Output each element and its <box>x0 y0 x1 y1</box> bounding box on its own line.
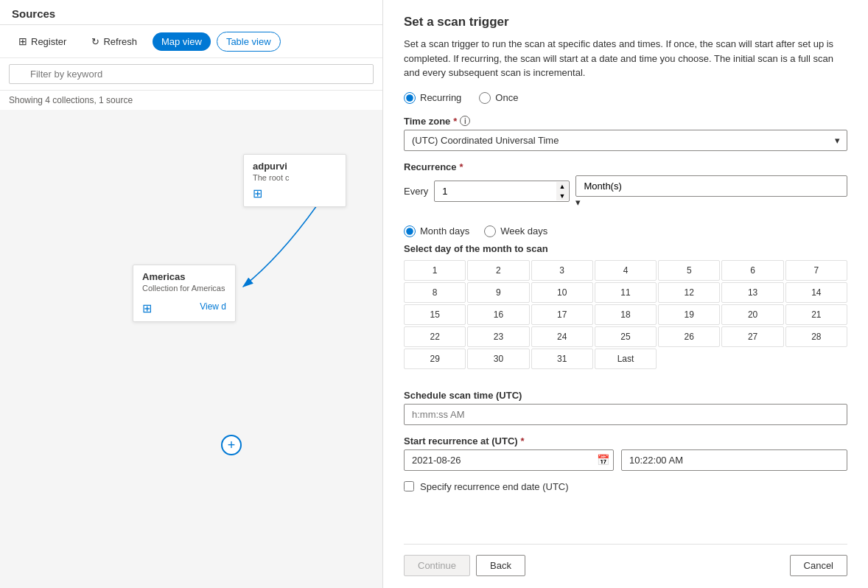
footer-buttons: Continue Back Cancel <box>404 544 847 576</box>
week-days-label: Week days <box>500 225 547 237</box>
adpurvi-node: adpurvi The root c ⊞ <box>243 154 346 207</box>
calendar-day-cell[interactable]: 11 <box>595 282 657 303</box>
table-view-button[interactable]: Table view <box>217 32 281 52</box>
trigger-type-group: Recurring Once <box>404 92 847 104</box>
footer-left-buttons: Continue Back <box>404 555 525 576</box>
month-days-radio-label[interactable]: Month days <box>404 225 469 237</box>
recurrence-required-star: * <box>460 161 463 172</box>
map-area: adpurvi The root c ⊞ Americas Collection… <box>0 110 382 588</box>
calendar-day-cell[interactable]: 18 <box>595 304 657 325</box>
calendar-day-cell[interactable]: 5 <box>658 260 720 281</box>
americas-node: Americas Collection for Americas ⊞ View … <box>133 265 236 322</box>
month-days-radio[interactable] <box>404 225 416 237</box>
recurrence-section: Recurrence * Every ▲ ▼ Month(s) Day(s) W… <box>404 161 847 208</box>
period-select[interactable]: Month(s) Day(s) Week(s) <box>575 175 847 197</box>
register-button[interactable]: ⊞ Register <box>9 31 76 52</box>
calendar-day-cell[interactable]: 15 <box>404 304 466 325</box>
calendar-day-cell[interactable]: 21 <box>785 304 847 325</box>
specify-end-date-checkbox[interactable] <box>404 481 414 491</box>
calendar-day-cell[interactable]: 23 <box>467 326 529 347</box>
recurring-radio[interactable] <box>404 92 416 104</box>
map-view-button[interactable]: Map view <box>153 32 211 51</box>
timezone-label: Time zone * i <box>404 116 847 127</box>
start-date-input[interactable] <box>404 449 614 471</box>
search-input[interactable] <box>9 64 374 84</box>
calendar-day-cell[interactable]: 1 <box>404 260 466 281</box>
timezone-select-wrapper: (UTC) Coordinated Universal Time(UTC-05:… <box>404 130 847 151</box>
spin-buttons: ▲ ▼ <box>556 182 569 200</box>
collection-count: Showing 4 collections, 1 source <box>0 91 382 110</box>
register-label: Register <box>31 36 66 47</box>
calendar-day-cell[interactable]: 14 <box>785 282 847 303</box>
once-radio[interactable] <box>479 92 491 104</box>
calendar-day-cell[interactable]: 12 <box>658 282 720 303</box>
spin-up-button[interactable]: ▲ <box>556 182 569 192</box>
calendar-day-cell[interactable]: 16 <box>467 304 529 325</box>
start-time-input[interactable] <box>621 449 847 471</box>
calendar-day-cell[interactable]: 19 <box>658 304 720 325</box>
timezone-select[interactable]: (UTC) Coordinated Universal Time(UTC-05:… <box>404 130 847 151</box>
continue-button[interactable]: Continue <box>404 555 470 576</box>
panel-description: Set a scan trigger to run the scan at sp… <box>404 37 847 80</box>
select-day-label: Select day of the month to scan <box>404 243 847 254</box>
filter-bar: ⊟ <box>0 58 382 91</box>
once-radio-label[interactable]: Once <box>479 92 518 104</box>
panel-title: Set a scan trigger <box>404 15 847 29</box>
adpurvi-subtitle: The root c <box>253 173 337 182</box>
calendar-day-cell[interactable]: 29 <box>404 349 466 369</box>
calendar-day-cell[interactable]: 22 <box>404 326 466 347</box>
filter-wrapper: ⊟ <box>9 64 374 84</box>
table-view-label: Table view <box>226 36 271 47</box>
calendar-section: Select day of the month to scan 12345678… <box>404 243 847 379</box>
schedule-time-input[interactable] <box>404 404 847 425</box>
start-date-wrapper: 📅 <box>404 449 614 471</box>
calendar-day-cell[interactable]: 2 <box>467 260 529 281</box>
calendar-day-cell[interactable]: 25 <box>595 326 657 347</box>
calendar-day-cell[interactable]: 9 <box>467 282 529 303</box>
start-recurrence-label: Start recurrence at (UTC) * <box>404 435 847 447</box>
calendar-day-cell[interactable]: 7 <box>785 260 847 281</box>
calendar-day-cell[interactable]: 6 <box>721 260 783 281</box>
americas-subtitle: Collection for Americas <box>142 284 226 293</box>
americas-view-link[interactable]: View d <box>200 301 226 312</box>
calendar-day-cell[interactable]: 26 <box>658 326 720 347</box>
day-type-group: Month days Week days <box>404 225 847 237</box>
calendar-icon-button[interactable]: 📅 <box>597 454 609 466</box>
refresh-button[interactable]: ↻ Refresh <box>82 32 147 52</box>
recurrence-number-input[interactable] <box>434 181 570 202</box>
once-label: Once <box>495 92 518 103</box>
calendar-day-cell[interactable]: 8 <box>404 282 466 303</box>
calendar-day-cell[interactable]: 20 <box>721 304 783 325</box>
calendar-day-cell[interactable]: 30 <box>467 349 529 369</box>
calendar-day-cell[interactable]: 13 <box>721 282 783 303</box>
week-days-radio-label[interactable]: Week days <box>484 225 547 237</box>
period-chevron-icon: ▾ <box>575 197 581 208</box>
recurrence-row: Every ▲ ▼ Month(s) Day(s) Week(s) ▾ <box>404 175 847 208</box>
every-label: Every <box>404 186 428 197</box>
week-days-radio[interactable] <box>484 225 496 237</box>
refresh-label: Refresh <box>103 36 137 47</box>
calendar-day-cell[interactable]: 3 <box>531 260 593 281</box>
calendar-day-cell[interactable]: 17 <box>531 304 593 325</box>
americas-icon: ⊞ <box>142 301 152 315</box>
calendar-day-cell[interactable]: 24 <box>531 326 593 347</box>
left-panel: Sources ⊞ Register ↻ Refresh Map view Ta… <box>0 0 383 588</box>
calendar-day-cell[interactable]: 27 <box>721 326 783 347</box>
back-button[interactable]: Back <box>476 555 525 576</box>
cancel-button[interactable]: Cancel <box>790 555 847 576</box>
calendar-day-cell[interactable]: Last <box>595 349 657 369</box>
recurring-radio-label[interactable]: Recurring <box>404 92 461 104</box>
calendar-day-cell[interactable]: 10 <box>531 282 593 303</box>
calendar-day-cell[interactable]: 28 <box>785 326 847 347</box>
specify-end-date-label: Specify recurrence end date (UTC) <box>420 481 569 492</box>
calendar-day-cell[interactable]: 4 <box>595 260 657 281</box>
start-recurrence-section: Start recurrence at (UTC) * 📅 <box>404 435 847 471</box>
specify-end-date-row: Specify recurrence end date (UTC) <box>404 481 847 492</box>
timezone-info-icon: i <box>460 116 470 126</box>
timezone-section: Time zone * i (UTC) Coordinated Universa… <box>404 116 847 151</box>
map-view-label: Map view <box>161 36 202 47</box>
calendar-day-cell[interactable]: 31 <box>531 349 593 369</box>
add-button[interactable]: + <box>221 435 242 455</box>
spin-down-button[interactable]: ▼ <box>556 192 569 201</box>
refresh-icon: ↻ <box>91 36 99 47</box>
